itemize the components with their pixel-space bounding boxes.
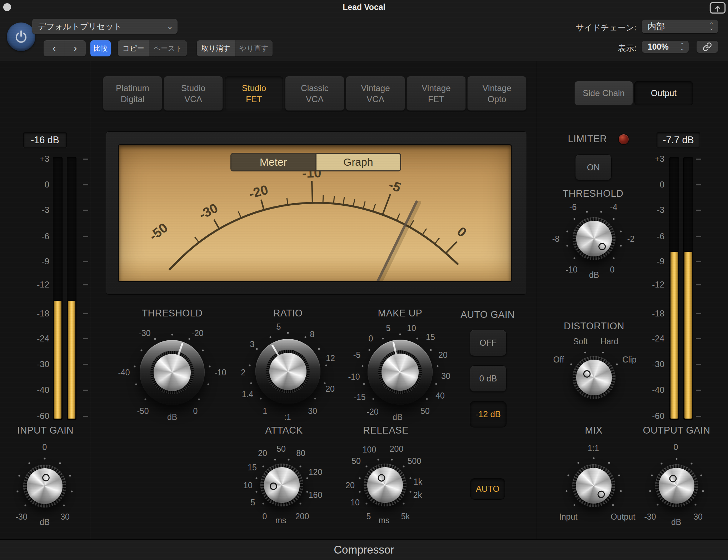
limiter-label: LIMITER bbox=[558, 134, 617, 145]
mix-title: MIX bbox=[558, 425, 629, 436]
tab-classic-vca[interactable]: ClassicVCA bbox=[285, 76, 344, 111]
tab-studio-vca[interactable]: StudioVCA bbox=[164, 76, 223, 111]
compare-button[interactable]: 比較 bbox=[90, 40, 111, 56]
release-knob[interactable] bbox=[364, 464, 407, 506]
view-zoom-stepper[interactable]: 100% ⌃⌄ bbox=[642, 41, 689, 53]
preset-nav-group: ‹ › bbox=[44, 40, 86, 56]
input-meter-bar-right bbox=[67, 157, 76, 420]
threshold-knob[interactable] bbox=[140, 340, 205, 405]
limiter-threshold-knob[interactable] bbox=[573, 217, 615, 260]
tab-vintage-fet[interactable]: VintageFET bbox=[407, 76, 466, 111]
auto-gain-title: AUTO GAIN bbox=[452, 309, 523, 320]
chevron-down-icon: ⌄ bbox=[167, 22, 173, 31]
output-view-button[interactable]: Output bbox=[634, 81, 693, 105]
threshold-title: THRESHOLD bbox=[136, 308, 208, 319]
svg-text:-30: -30 bbox=[196, 200, 220, 222]
output-meter-bar-right bbox=[683, 157, 693, 420]
mix-knob[interactable] bbox=[572, 464, 615, 507]
input-gain-knob[interactable] bbox=[23, 465, 66, 508]
output-meter-bar-left bbox=[669, 157, 679, 420]
header-bar: Lead Vocal デフォルトプリセット ⌄ ‹ › 比較 コピー ペースト bbox=[0, 0, 728, 61]
next-preset-button[interactable]: › bbox=[65, 40, 86, 56]
track-title: Lead Vocal bbox=[0, 2, 728, 12]
plugin-power-button[interactable] bbox=[7, 22, 35, 51]
sidechain-select[interactable]: 内部 ⌃⌄ bbox=[642, 20, 718, 33]
attack-title: ATTACK bbox=[248, 425, 320, 436]
plugin-name: Compressor bbox=[334, 544, 394, 556]
output-level-readout: -7.7 dB bbox=[657, 132, 700, 148]
undo-button[interactable]: 取り消す bbox=[197, 40, 235, 56]
preset-select[interactable]: デフォルトプリセット ⌄ bbox=[32, 19, 178, 34]
side-chain-view-button[interactable]: Side Chain bbox=[574, 81, 633, 105]
tab-vintage-vca[interactable]: VintageVCA bbox=[346, 76, 405, 111]
tab-studio-fet[interactable]: StudioFET bbox=[224, 76, 284, 111]
copy-button[interactable]: コピー bbox=[118, 40, 149, 56]
tab-platinum-digital[interactable]: PlatinumDigital bbox=[103, 76, 162, 111]
view-zoom-value: 100% bbox=[648, 42, 669, 52]
input-meter-bar-left bbox=[53, 157, 63, 420]
limiter-on-button[interactable]: ON bbox=[575, 154, 612, 180]
link-button[interactable] bbox=[697, 41, 718, 53]
popout-window-button[interactable] bbox=[709, 2, 726, 14]
paste-button[interactable]: ペースト bbox=[149, 40, 187, 56]
plugin-name-bar: Compressor bbox=[0, 539, 728, 560]
link-icon bbox=[703, 42, 712, 51]
output-gain-title: OUTPUT GAIN bbox=[641, 425, 712, 436]
distortion-knob[interactable] bbox=[573, 356, 615, 399]
svg-text:-20: -20 bbox=[248, 182, 270, 201]
attack-knob[interactable] bbox=[260, 464, 303, 506]
ratio-knob[interactable] bbox=[255, 339, 320, 404]
input-level-readout: -16 dB bbox=[23, 132, 67, 148]
window-popout-icon bbox=[709, 2, 726, 14]
sidechain-value: 内部 bbox=[648, 21, 665, 32]
release-title: RELEASE bbox=[350, 425, 422, 436]
stepper-chevrons-icon: ⌃⌄ bbox=[709, 23, 714, 30]
auto-gain-minus12db-button[interactable]: -12 dB bbox=[470, 401, 507, 428]
auto-release-button[interactable]: AUTO bbox=[470, 478, 505, 500]
tab-graph[interactable]: Graph bbox=[315, 154, 400, 170]
copy-paste-group: コピー ペースト bbox=[118, 40, 187, 56]
limiter-threshold-title: THRESHOLD bbox=[557, 188, 629, 199]
makeup-title: MAKE UP bbox=[364, 308, 436, 319]
stepper-chevrons-icon: ⌃⌄ bbox=[680, 43, 684, 50]
distortion-title: DISTORTION bbox=[558, 321, 630, 332]
undo-redo-group: 取り消す やり直す bbox=[197, 40, 273, 56]
meter-graph-toggle: Meter Graph bbox=[230, 153, 401, 171]
preset-value: デフォルトプリセット bbox=[38, 21, 122, 32]
output-gain-knob[interactable] bbox=[655, 464, 698, 507]
compressor-plugin-window: Lead Vocal デフォルトプリセット ⌄ ‹ › 比較 コピー ペースト bbox=[0, 0, 728, 560]
tab-meter[interactable]: Meter bbox=[231, 154, 315, 170]
view-zoom-label: 表示: bbox=[593, 43, 637, 54]
makeup-knob[interactable] bbox=[368, 340, 433, 405]
svg-text:0: 0 bbox=[454, 224, 469, 240]
limiter-led bbox=[618, 134, 629, 145]
input-gain-title: INPUT GAIN bbox=[10, 425, 81, 436]
redo-button[interactable]: やり直す bbox=[235, 40, 273, 56]
tab-vintage-opto[interactable]: VintageOpto bbox=[467, 76, 527, 111]
auto-gain-off-button[interactable]: OFF bbox=[470, 330, 507, 356]
svg-text:-50: -50 bbox=[146, 220, 170, 244]
panel-seam bbox=[90, 61, 91, 539]
panel-seam bbox=[537, 61, 537, 539]
sidechain-label: サイドチェーン: bbox=[557, 22, 637, 33]
ratio-title: RATIO bbox=[252, 308, 324, 319]
auto-gain-0db-button[interactable]: 0 dB bbox=[470, 365, 507, 392]
power-icon bbox=[13, 29, 29, 45]
svg-text:-5: -5 bbox=[387, 177, 403, 195]
previous-preset-button[interactable]: ‹ bbox=[44, 40, 65, 56]
